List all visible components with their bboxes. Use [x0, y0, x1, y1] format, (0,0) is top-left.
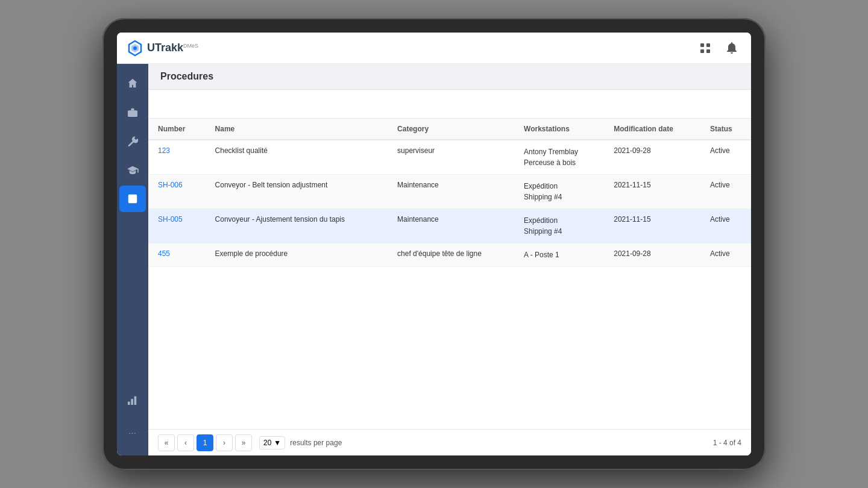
pagination-current[interactable]: 1: [197, 434, 213, 451]
cell-workstations: Antony TremblayPerceuse à bois: [514, 140, 604, 175]
grid-button[interactable]: [696, 39, 715, 58]
cell-category: chef d'équipe tête de ligne: [388, 243, 514, 267]
results-per-page-label: results per page: [290, 439, 342, 447]
pagination-bar: « ‹ 1 › » 20 ▼ results per page 1 - 4 of…: [148, 429, 751, 455]
sidebar-item-briefcase[interactable]: [119, 99, 146, 125]
cell-status: Active: [700, 209, 751, 243]
logo-area: UTrakkDMeS: [127, 40, 198, 57]
col-header-modification-date: Modification date: [604, 119, 700, 140]
svg-rect-7: [128, 110, 137, 117]
cell-number[interactable]: 123: [148, 140, 206, 175]
cell-modification-date: 2021-11-15: [604, 175, 700, 209]
svg-rect-3: [700, 43, 704, 47]
cell-name: Exemple de procédure: [206, 243, 388, 267]
cell-workstations: ExpéditionShipping #4: [514, 175, 604, 209]
col-header-name: Name: [206, 119, 388, 140]
pagination-first[interactable]: «: [158, 434, 175, 451]
tablet-frame: UTrakkDMeS: [102, 18, 766, 470]
svg-rect-13: [131, 399, 133, 405]
sidebar: ...: [117, 64, 148, 455]
app-header: UTrakkDMeS: [117, 33, 751, 64]
table-row[interactable]: 123Checklist qualitésuperviseurAntony Tr…: [148, 140, 751, 175]
sidebar-item-training[interactable]: [119, 157, 146, 183]
svg-rect-14: [134, 396, 137, 405]
cell-number[interactable]: SH-006: [148, 175, 206, 209]
main-layout: ... Procedures Number: [117, 64, 751, 455]
svg-rect-4: [706, 43, 710, 47]
table-row[interactable]: SH-005Convoyeur - Ajustement tension du …: [148, 209, 751, 243]
cell-category: superviseur: [388, 140, 514, 175]
toolbar: [148, 90, 751, 119]
page-header: Procedures: [148, 64, 751, 90]
svg-rect-9: [130, 196, 136, 197]
cell-category: Maintenance: [388, 175, 514, 209]
tablet-screen: UTrakkDMeS: [117, 33, 751, 455]
svg-rect-5: [700, 49, 704, 53]
pagination-next[interactable]: ›: [216, 434, 233, 451]
col-header-category: Category: [388, 119, 514, 140]
svg-rect-12: [128, 402, 130, 405]
notifications-button[interactable]: [722, 39, 741, 58]
page-title: Procedures: [160, 71, 213, 81]
cell-modification-date: 2021-09-28: [604, 140, 700, 175]
sidebar-item-chart[interactable]: [119, 387, 146, 413]
col-header-status: Status: [700, 119, 751, 140]
sidebar-item-more[interactable]: ...: [119, 418, 146, 445]
cell-status: Active: [700, 175, 751, 209]
cell-workstations: ExpéditionShipping #4: [514, 209, 604, 243]
logo-text: UTrakkDMeS: [147, 42, 198, 54]
cell-workstations: A - Poste 1: [514, 243, 604, 267]
svg-rect-6: [706, 49, 710, 53]
logo-icon: [127, 40, 143, 57]
svg-rect-11: [130, 200, 134, 201]
table-row[interactable]: 455Exemple de procédurechef d'équipe têt…: [148, 243, 751, 267]
sidebar-item-procedures[interactable]: [119, 186, 146, 212]
pagination-last[interactable]: »: [235, 434, 252, 451]
table-row[interactable]: SH-006Conveyor - Belt tension adjustment…: [148, 175, 751, 209]
cell-modification-date: 2021-09-28: [604, 243, 700, 267]
cell-number[interactable]: 455: [148, 243, 206, 267]
pagination-prev[interactable]: ‹: [177, 434, 194, 451]
content-area: Procedures Number Name Category Workstat…: [148, 64, 751, 455]
cell-number[interactable]: SH-005: [148, 209, 206, 243]
cell-name: Checklist qualité: [206, 140, 388, 175]
table-header-row: Number Name Category Workstations Modifi…: [148, 119, 751, 140]
svg-point-2: [133, 46, 137, 50]
cell-modification-date: 2021-11-15: [604, 209, 700, 243]
cell-status: Active: [700, 140, 751, 175]
sidebar-item-home[interactable]: [119, 70, 146, 96]
col-header-workstations: Workstations: [514, 119, 604, 140]
table-body: 123Checklist qualitésuperviseurAntony Tr…: [148, 140, 751, 267]
table-container[interactable]: Number Name Category Workstations Modifi…: [148, 119, 751, 429]
per-page-select[interactable]: 20 ▼: [259, 436, 285, 449]
sidebar-bottom: ...: [119, 386, 146, 451]
per-page-value[interactable]: 20 ▼: [259, 436, 285, 449]
sidebar-item-tools[interactable]: [119, 128, 146, 154]
cell-category: Maintenance: [388, 209, 514, 243]
col-header-number: Number: [148, 119, 206, 140]
header-icons: [696, 39, 741, 58]
cell-status: Active: [700, 243, 751, 267]
pagination-range: 1 - 4 of 4: [713, 439, 741, 447]
svg-rect-10: [130, 198, 136, 199]
cell-name: Convoyeur - Ajustement tension du tapis: [206, 209, 388, 243]
procedures-table: Number Name Category Workstations Modifi…: [148, 119, 751, 267]
cell-name: Conveyor - Belt tension adjustment: [206, 175, 388, 209]
